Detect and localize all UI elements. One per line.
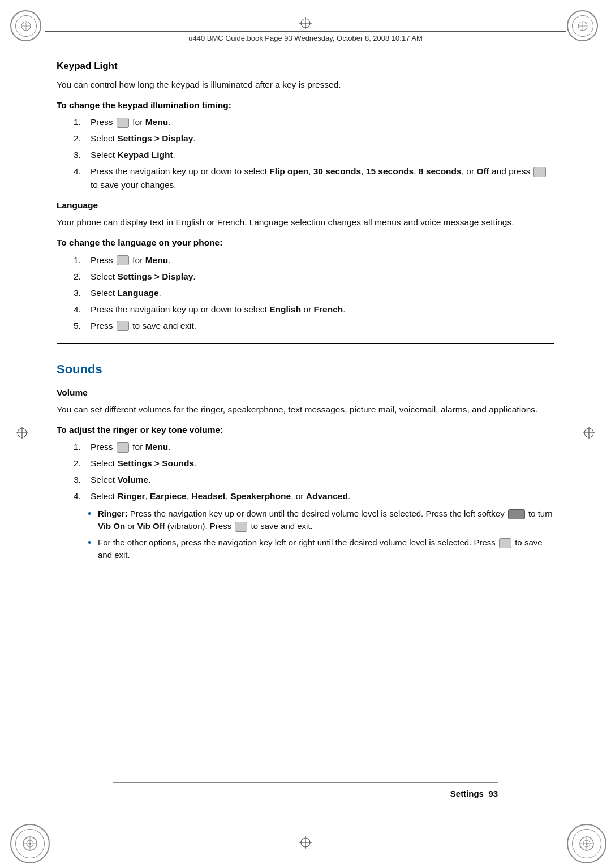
corner-decoration-bl (10, 824, 44, 858)
language-section: Language Your phone can display text in … (57, 199, 554, 332)
footer-text: Settings 93 (450, 787, 498, 800)
language-intro: Your phone can display text in English o… (57, 216, 554, 229)
list-item: 3. Select Keypad Light. (74, 148, 554, 162)
list-item: • For the other options, press the navig… (88, 536, 554, 562)
header-bar: u440 BMC Guide.book Page 93 Wednesday, O… (45, 31, 566, 45)
list-item: 3. Select Language. (74, 286, 554, 300)
list-item: 4. Press the navigation key up or down t… (74, 165, 554, 192)
list-item: 5. Press to save and exit. (74, 319, 554, 333)
menu-button-icon (117, 442, 129, 453)
menu-button-icon (117, 255, 129, 265)
keypad-light-heading: Keypad Light (57, 59, 554, 74)
volume-heading: Volume (57, 386, 554, 399)
save-button-icon (533, 167, 546, 177)
reg-mark-bottom (299, 836, 312, 851)
header-text: u440 BMC Guide.book Page 93 Wednesday, O… (45, 34, 566, 42)
reg-mark-left (16, 427, 28, 441)
sounds-heading: Sounds (57, 360, 554, 379)
save-button-icon (499, 538, 511, 548)
volume-steps: 1. Press for Menu. 2. Select Settings > … (74, 440, 554, 503)
reg-mark-top (299, 17, 312, 32)
footer: Settings 93 (113, 782, 498, 800)
list-item: 4. Select Ringer, Earpiece, Headset, Spe… (74, 489, 554, 503)
corner-decoration-tl (10, 10, 44, 44)
keypad-light-intro: You can control how long the keypad is i… (57, 78, 554, 92)
reg-mark-right (583, 427, 595, 441)
language-steps: 1. Press for Menu. 2. Select Settings > … (74, 253, 554, 333)
list-item: 2. Select Settings > Display. (74, 270, 554, 283)
page: u440 BMC Guide.book Page 93 Wednesday, O… (0, 0, 611, 868)
section-divider (57, 343, 554, 344)
list-item: 3. Select Volume. (74, 473, 554, 487)
volume-intro: You can set different volumes for the ri… (57, 403, 554, 416)
list-item: 2. Select Settings > Display. (74, 132, 554, 145)
corner-decoration-tr (567, 10, 601, 44)
keypad-light-steps: 1. Press for Menu. 2. Select Settings > … (74, 115, 554, 192)
list-item: • Ringer: Press the navigation key up or… (88, 508, 554, 533)
sounds-section: Sounds Volume You can set different volu… (57, 360, 554, 562)
save-button-icon (235, 522, 247, 532)
keypad-light-section: Keypad Light You can control how long th… (57, 59, 554, 192)
volume-subheading: To adjust the ringer or key tone volume: (57, 423, 554, 437)
list-item: 1. Press for Menu. (74, 253, 554, 267)
language-heading: Language (57, 199, 554, 212)
save-button-icon (117, 321, 129, 331)
corner-decoration-br (567, 824, 601, 858)
list-item: 4. Press the navigation key up or down t… (74, 303, 554, 316)
language-subheading: To change the language on your phone: (57, 236, 554, 250)
list-item: 1. Press for Menu. (74, 115, 554, 129)
main-content: Keypad Light You can control how long th… (57, 57, 554, 823)
list-item: 2. Select Settings > Sounds. (74, 457, 554, 470)
softkey-icon (508, 509, 525, 519)
list-item: 1. Press for Menu. (74, 440, 554, 454)
volume-section: Volume You can set different volumes for… (57, 386, 554, 562)
keypad-light-subheading: To change the keypad illumination timing… (57, 98, 554, 112)
bullet-icon: • (88, 536, 94, 549)
bullet-icon: • (88, 508, 94, 521)
volume-bullets: • Ringer: Press the navigation key up or… (88, 508, 554, 562)
menu-button-icon (117, 118, 129, 128)
